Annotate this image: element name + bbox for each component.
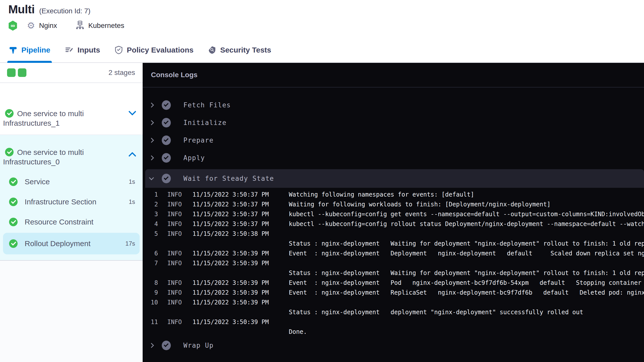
tab-policy-evaluations[interactable]: Policy Evaluations	[115, 38, 193, 62]
execution-content: 2 stages One service to multi Infrastruc…	[0, 63, 644, 362]
log-timestamp: 11/15/2022 3:50:38 PM	[192, 230, 289, 237]
log-message: kubectl --kubeconfig=config get events -…	[289, 211, 644, 218]
step-duration: 17s	[125, 240, 135, 247]
log-section-apply[interactable]: Apply	[143, 149, 644, 167]
log-line: 9INFO11/15/2022 3:50:39 PMEvent : nginx-…	[143, 288, 644, 297]
infrastructure-name-label: Kubernetes	[88, 22, 124, 30]
step-rollout-deployment[interactable]: Rollout Deployment17s	[3, 233, 140, 254]
execution-header: Multi (Execution Id: 7) ∞ ⚙ Nginx Kubern…	[0, 0, 644, 38]
console-body: Fetch FilesInitializePrepareApplyWait fo…	[143, 87, 644, 362]
step-label: Service	[25, 177, 129, 186]
section-label: Wait for Steady State	[183, 175, 274, 182]
log-level: INFO	[167, 250, 186, 257]
stage-status-square[interactable]	[7, 68, 16, 77]
chevron-down-icon[interactable]	[149, 175, 154, 180]
success-check-icon	[5, 109, 14, 118]
log-line: 7INFO11/15/2022 3:50:39 PM	[143, 258, 644, 268]
tab-pipeline[interactable]: Pipeline	[9, 38, 50, 62]
log-list: 1INFO11/15/2022 3:50:37 PMWatching follo…	[143, 188, 644, 337]
tab-security-tests[interactable]: Security Tests	[208, 38, 271, 62]
stage-name[interactable]: One service to multi Infrastructures_0	[3, 148, 102, 167]
step-success-badge-icon	[162, 118, 171, 127]
tab-inputs[interactable]: Inputs	[65, 38, 100, 62]
stage-card: One service to multi Infrastructures_1	[0, 83, 143, 135]
log-line-continuation: Status : nginx-deployment Waiting for de…	[143, 239, 644, 248]
step-label: Rollout Deployment	[25, 239, 125, 248]
log-section-wait-for-steady-state[interactable]: Wait for Steady State	[145, 169, 644, 188]
stage-count-label: 2 stages	[108, 69, 135, 77]
stage-card: One service to multi Infrastructures_0Se…	[0, 135, 143, 261]
success-check-icon	[5, 148, 14, 156]
section-label: Fetch Files	[183, 101, 231, 109]
kubernetes-infrastructure-icon	[76, 21, 84, 31]
page-title: Multi	[8, 3, 35, 16]
log-line: 5INFO11/15/2022 3:50:38 PM	[143, 229, 644, 239]
log-level: INFO	[167, 230, 186, 237]
step-success-badge-icon	[162, 100, 171, 110]
success-check-icon	[9, 239, 18, 248]
section-label: Apply	[183, 154, 205, 162]
log-level: INFO	[167, 289, 186, 296]
execution-meta-row: ∞ ⚙ Nginx Kubernetes	[8, 20, 644, 31]
tab-label: Pipeline	[21, 46, 50, 54]
log-level: INFO	[167, 279, 186, 286]
log-section-prepare[interactable]: Prepare	[143, 131, 644, 149]
log-level: INFO	[167, 319, 186, 326]
chevron-right-icon[interactable]	[149, 343, 154, 348]
log-line-number: 8	[148, 279, 158, 286]
section-label: Initialize	[183, 119, 227, 126]
log-line-number: 10	[148, 299, 158, 306]
chevron-right-icon[interactable]	[149, 155, 154, 160]
title-row: Multi (Execution Id: 7)	[8, 3, 644, 16]
console-header: Console Logs	[143, 63, 644, 87]
log-line-number: 9	[148, 289, 158, 296]
log-line: 3INFO11/15/2022 3:50:37 PMkubectl --kube…	[143, 209, 644, 219]
chevron-right-icon[interactable]	[149, 138, 154, 143]
log-message: Waiting for following workloads to finis…	[289, 201, 644, 208]
log-section-fetch-files[interactable]: Fetch Files	[143, 96, 644, 114]
log-line-number: 5	[148, 230, 158, 237]
stage-status-square[interactable]	[18, 68, 26, 77]
tab-label: Inputs	[77, 46, 100, 54]
log-section-wrap-up[interactable]: Wrap Up	[143, 337, 644, 354]
security-shield-icon	[208, 46, 216, 54]
log-message: Event : nginx-deployment ReplicaSet ngin…	[289, 289, 644, 296]
log-timestamp: 11/15/2022 3:50:37 PM	[192, 201, 289, 208]
step-infrastructure-section[interactable]: Infrastructure Section1s	[0, 192, 143, 212]
log-timestamp: 11/15/2022 3:50:37 PM	[192, 211, 289, 218]
log-line-number: 11	[148, 319, 158, 326]
log-timestamp: 11/15/2022 3:50:39 PM	[192, 319, 289, 326]
log-line-number: 4	[148, 220, 158, 228]
log-message: kubectl --kubeconfig=config rollout stat…	[289, 220, 644, 228]
log-level: INFO	[167, 299, 186, 306]
execution-id-label: (Execution Id: 7)	[39, 7, 91, 15]
inputs-icon	[65, 46, 73, 54]
log-line-number: 2	[148, 201, 158, 208]
log-message: Status : nginx-deployment Waiting for de…	[289, 240, 644, 247]
log-message: Event : nginx-deployment Deployment ngin…	[289, 250, 644, 257]
log-timestamp: 11/15/2022 3:50:39 PM	[192, 260, 289, 267]
chevron-down-icon[interactable]	[128, 108, 136, 115]
log-line: 4INFO11/15/2022 3:50:37 PMkubectl --kube…	[143, 219, 644, 229]
chevron-right-icon[interactable]	[149, 120, 154, 125]
harness-service-icon: ∞	[8, 21, 17, 31]
stage-list: One service to multi Infrastructures_1On…	[0, 83, 143, 261]
log-level: INFO	[167, 220, 186, 228]
policy-shield-icon	[115, 46, 123, 54]
log-line-number: 1	[148, 191, 158, 198]
log-timestamp: 11/15/2022 3:50:39 PM	[192, 279, 289, 286]
step-success-badge-icon	[162, 135, 171, 145]
chevron-up-icon[interactable]	[128, 152, 136, 160]
step-resource-constraint[interactable]: Resource Constraint	[0, 212, 143, 232]
chevron-right-icon[interactable]	[149, 103, 154, 108]
stage-name[interactable]: One service to multi Infrastructures_1	[3, 109, 102, 128]
log-line-number: 6	[148, 250, 158, 257]
log-message: Done.	[289, 328, 644, 335]
step-list: Service1sInfrastructure Section1sResourc…	[0, 172, 143, 254]
log-message: Event : nginx-deployment Pod nginx-deplo…	[289, 279, 644, 286]
log-line: 11INFO11/15/2022 3:50:39 PM	[143, 317, 644, 327]
stage-header[interactable]: One service to multi Infrastructures_0	[0, 148, 143, 167]
step-service[interactable]: Service1s	[0, 172, 143, 192]
log-line-continuation: Status : nginx-deployment Waiting for de…	[143, 268, 644, 278]
log-section-initialize[interactable]: Initialize	[143, 114, 644, 131]
